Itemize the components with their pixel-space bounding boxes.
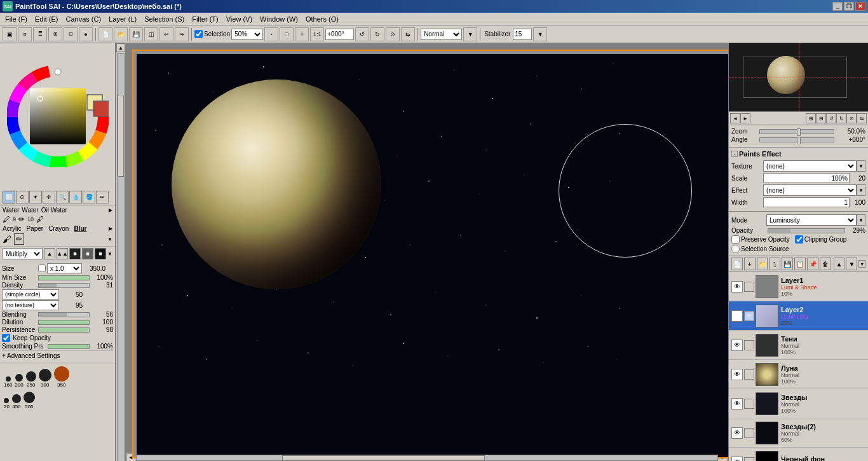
circle-preset-2[interactable]: 200 [15, 374, 23, 388]
flip-h-btn[interactable]: ⇆ [401, 27, 415, 41]
toolbar-btn-5[interactable]: ⊟ [64, 27, 78, 41]
toolbar-btn-7[interactable]: ◫ [144, 27, 158, 41]
layer-eye-6[interactable]: 👁 [731, 427, 743, 439]
layer-move-up-btn[interactable]: ▲ [834, 258, 845, 270]
blur-brush-selected[interactable]: ✏ [14, 233, 24, 245]
mode-select[interactable]: Luminosity Normal Multiply [766, 214, 857, 226]
minimize-button[interactable]: _ [832, 2, 843, 11]
nav-btn-2[interactable]: ► [740, 113, 750, 123]
shape-select[interactable]: (simple circle) [2, 289, 59, 299]
circle-preset-7[interactable]: 450 [12, 394, 21, 409]
clipping-group-checkbox[interactable] [795, 235, 803, 244]
clipping-group-label[interactable]: Clipping Group [795, 235, 847, 244]
nav-btn-3[interactable]: ⊞ [806, 113, 816, 123]
brush-scroll-right[interactable]: ▶ [109, 226, 112, 231]
menu-others[interactable]: Others (O) [302, 14, 342, 24]
menu-window[interactable]: Window (W) [256, 14, 302, 24]
layer-item-zvezdy2[interactable]: 👁 Звезды(2) Normal 60% [729, 418, 868, 448]
angle-input[interactable] [325, 29, 354, 40]
toolbar-btn-6[interactable]: ● [79, 27, 93, 41]
effect-select[interactable]: (none) [763, 184, 857, 196]
layer-new-layer-btn[interactable]: + [744, 258, 756, 270]
angle-btn-2[interactable]: ↻ [370, 27, 384, 41]
layer-scroll-right[interactable]: ▼ [858, 260, 865, 268]
preserve-opacity-label[interactable]: Preserve Opacity [731, 235, 790, 244]
angle-reset-btn[interactable]: ⊙ [386, 27, 400, 41]
nav-btn-4[interactable]: ⊟ [816, 113, 826, 123]
layer-eye-1[interactable]: 👁 [731, 281, 743, 292]
keep-opacity-checkbox[interactable] [2, 334, 10, 342]
effect-arrow[interactable]: ▼ [857, 184, 865, 196]
menu-filter[interactable]: Filter (T) [188, 14, 222, 24]
layer-lock-4[interactable] [744, 369, 754, 380]
tool-brush[interactable]: ✏ [96, 191, 109, 203]
scroll-down-blend[interactable]: ▼ [107, 251, 112, 257]
layer-item-teni[interactable]: 👁 Тени Normal 100% [729, 331, 868, 360]
canvas-wrapper[interactable] [132, 50, 728, 458]
menu-file[interactable]: File (F) [1, 14, 31, 24]
layer-paste-btn[interactable]: 📌 [807, 258, 818, 270]
selection-source-label[interactable]: Selection Source [731, 245, 789, 253]
scroll-down-brush[interactable]: ▼ [107, 237, 112, 242]
layer-lock-3[interactable] [744, 340, 754, 350]
stabilizer-input[interactable] [513, 29, 532, 40]
blend-btn-4[interactable]: ■ [82, 248, 93, 259]
tool-lasso[interactable]: ⊙ [16, 191, 29, 203]
close-button[interactable]: ✕ [855, 2, 865, 11]
width-input[interactable] [763, 197, 850, 207]
tool-bucket[interactable]: 🪣 [83, 191, 95, 203]
toolbar-save[interactable]: 💾 [129, 27, 143, 41]
layer-item-fond[interactable]: 👁 Черный фон Normal [729, 448, 868, 461]
toolbar-btn-4[interactable]: ⊞ [48, 27, 62, 41]
layer-new-file-btn[interactable]: 📄 [731, 258, 743, 270]
restore-button[interactable]: ❐ [844, 2, 854, 11]
size-multiplier-select[interactable]: x 1.0 [47, 263, 82, 273]
blend-btn-2[interactable]: ▲▲ [57, 248, 68, 259]
vscroll-thumb[interactable] [118, 95, 124, 177]
vscroll-track[interactable] [117, 53, 125, 461]
layer-lock-1[interactable] [744, 282, 754, 292]
blend-btn-3[interactable]: ■ [69, 248, 81, 259]
scroll-arrow-right[interactable]: ▶ [109, 207, 112, 213]
brush-icon-2[interactable]: ✏ [18, 215, 25, 224]
layer-delete-btn[interactable]: 🗑 [820, 258, 831, 270]
circle-preset-6[interactable]: 20 [4, 398, 10, 409]
zoom-in-btn[interactable]: + [295, 27, 309, 41]
brush-blend-select[interactable]: MultiplyNormalScreen [3, 248, 43, 259]
layer-lock-6[interactable] [744, 428, 754, 438]
layer-lock-2[interactable]: ✏ [744, 311, 754, 321]
toolbar-open[interactable]: 📂 [114, 27, 128, 41]
menu-view[interactable]: View (V) [222, 14, 256, 24]
layer-lock-5[interactable] [744, 399, 754, 409]
layer-eye-3[interactable]: 👁 [731, 340, 743, 351]
nav-btn-1[interactable]: ◄ [730, 113, 740, 123]
blend-btn-1[interactable]: ▲ [44, 248, 55, 259]
nav-btn-5[interactable]: ↺ [826, 113, 836, 123]
nav-btn-6[interactable]: ↻ [836, 113, 846, 123]
layer-item-zvezdy[interactable]: 👁 Звезды Normal 100% [729, 389, 868, 418]
scale-input[interactable] [763, 173, 850, 183]
blend-mode-select[interactable]: NormalMultiplyLuminosity [421, 29, 462, 40]
circle-preset-3[interactable]: 250 [26, 371, 36, 388]
circle-preset-1[interactable]: 160 [4, 376, 12, 388]
toolbar-btn-1[interactable]: ▣ [3, 27, 17, 41]
nav-btn-8[interactable]: ⇆ [857, 113, 867, 123]
menu-layer[interactable]: Layer (L) [105, 14, 140, 24]
mode-arrow[interactable]: ▼ [857, 214, 865, 226]
toolbar-btn-8[interactable]: ↩ [159, 27, 173, 41]
layer-eye-7[interactable]: 👁 [731, 457, 743, 462]
texture-arrow[interactable]: ▼ [857, 160, 865, 172]
layer-move-down-btn[interactable]: ▼ [846, 258, 857, 270]
layer-eye-4[interactable]: 👁 [731, 369, 743, 380]
vscroll-up[interactable]: ▲ [116, 43, 125, 52]
layer-item-layer1[interactable]: 👁 Layer1 Lumi & Shade 10% [729, 272, 868, 301]
angle-btn-1[interactable]: ↺ [355, 27, 369, 41]
texture-effect-select[interactable]: (none) [763, 160, 857, 172]
opacity-slider[interactable] [768, 228, 845, 233]
layer-save-btn[interactable]: 💾 [782, 258, 793, 270]
toolbar-btn-3[interactable]: ≣ [33, 27, 47, 41]
canvas-image[interactable] [137, 54, 728, 458]
circle-preset-8[interactable]: 500 [24, 392, 35, 409]
layer-folder-btn[interactable]: 📁 [757, 258, 768, 270]
blur-label[interactable]: Blur [74, 225, 86, 232]
